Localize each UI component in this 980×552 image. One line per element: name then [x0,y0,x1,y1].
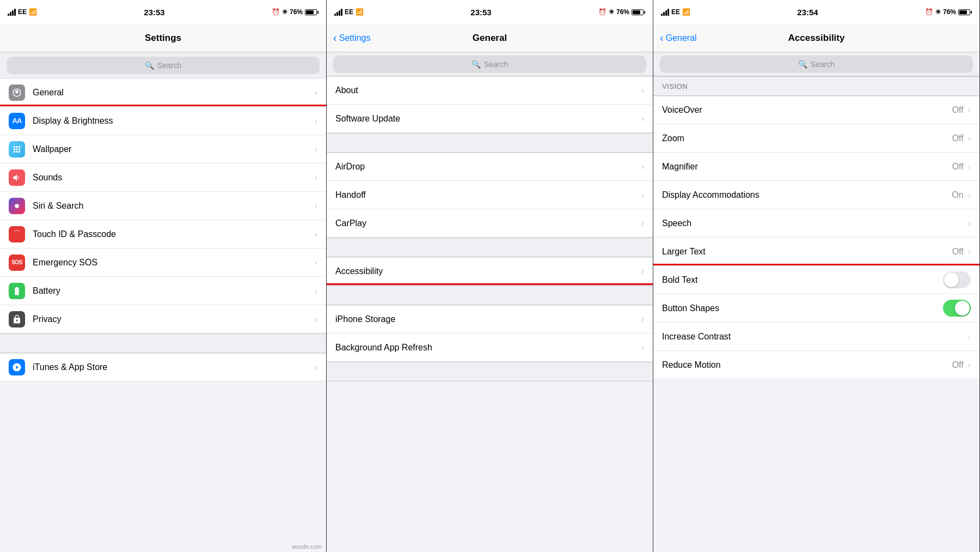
label-privacy: Privacy [33,314,315,324]
section-divider-2b [327,238,653,257]
battery-icon-3 [958,9,972,15]
value-magnifier: Off [952,162,964,172]
chevron-sos: › [315,258,317,268]
settings-item-speech[interactable]: Speech › [653,209,979,238]
label-airdrop: AirDrop [335,162,641,172]
chevron-wallpaper: › [315,144,317,154]
settings-item-reduce-motion[interactable]: Reduce Motion Off › [653,351,979,379]
chevron-handoff: › [641,190,644,200]
settings-list-3: VoiceOver Off › Zoom Off › Magnifier Off… [653,96,979,552]
chevron-speech: › [968,219,971,228]
icon-sounds [9,169,25,186]
chevron-carplay: › [641,219,644,228]
chevron-reduce-motion: › [968,360,971,370]
watermark-1: wsxdn.com [292,543,322,550]
label-accessibility: Accessibility [335,266,641,276]
settings-item-magnifier[interactable]: Magnifier Off › [653,153,979,181]
battery-icon-1 [305,9,318,15]
signal-bars-2 [334,9,342,16]
settings-item-general[interactable]: General › [0,78,326,107]
settings-item-sos[interactable]: SOS Emergency SOS › [0,248,326,277]
label-reduce-motion: Reduce Motion [662,360,952,370]
wifi-icon-3: 📶 [682,8,690,16]
settings-item-button-shapes[interactable]: Button Shapes [653,294,979,323]
settings-item-bg-refresh[interactable]: Background App Refresh › [327,333,653,362]
back-label-2[interactable]: Settings [339,33,371,43]
label-speech: Speech [662,219,964,228]
search-input-3[interactable]: 🔍 Search [660,56,973,73]
label-sounds: Sounds [33,173,315,183]
settings-item-itunes[interactable]: iTunes & App Store › [0,353,326,381]
label-about: About [335,86,641,95]
settings-item-sounds[interactable]: Sounds › [0,163,326,192]
red-underline-larger-text [653,264,979,265]
toggle-button-shapes[interactable] [943,300,971,317]
toggle-thumb-bold [944,272,959,287]
label-display-accommodations: Display Accommodations [662,190,952,200]
back-chevron-3: ‹ [660,32,664,43]
settings-item-battery[interactable]: Battery › [0,277,326,305]
settings-item-about[interactable]: About › [327,76,653,105]
label-touchid: Touch ID & Passcode [33,229,315,239]
settings-item-larger-text[interactable]: Larger Text Off › [653,238,979,266]
settings-item-iphone-storage[interactable]: iPhone Storage › [327,305,653,333]
vision-label: VISION [662,82,688,90]
settings-item-accessibility[interactable]: Accessibility › [327,257,653,286]
search-placeholder-1: Search [157,61,181,70]
settings-item-zoom[interactable]: Zoom Off › [653,124,979,153]
status-left-3: EE 📶 [661,8,690,16]
icon-siri [9,198,25,214]
value-reduce-motion: Off [952,360,964,370]
label-handoff: Handoff [335,190,641,200]
search-placeholder-3: Search [811,60,835,69]
carrier-1: EE [18,8,27,16]
settings-item-airdrop[interactable]: AirDrop › [327,153,653,181]
settings-item-software-update[interactable]: Software Update › [327,105,653,133]
label-iphone-storage: iPhone Storage [335,314,641,324]
status-right-2: ⏰ ✳ 76% [598,8,645,16]
settings-item-siri[interactable]: Siri & Search › [0,192,326,220]
phone-general: EE 📶 23:53 ⏰ ✳ 76% ‹ Settings General 🔍 … [327,0,653,552]
icon-itunes [9,359,25,375]
battery-pct-3: 76% [943,8,956,16]
settings-item-touchid[interactable]: Touch ID & Passcode › [0,220,326,248]
nav-back-3[interactable]: ‹ General [660,33,697,43]
chevron-zoom: › [968,134,971,143]
label-increase-contrast: Increase Contrast [662,332,968,342]
chevron-larger-text: › [968,247,971,257]
search-bar-1: 🔍 Search [0,52,326,78]
value-zoom: Off [952,134,964,143]
icon-general [9,84,25,101]
search-icon-1: 🔍 [145,61,154,70]
chevron-battery: › [315,286,317,296]
label-software-update: Software Update [335,114,641,124]
settings-item-wallpaper[interactable]: Wallpaper › [0,135,326,163]
settings-item-increase-contrast[interactable]: Increase Contrast › [653,323,979,351]
back-label-3[interactable]: General [666,33,697,43]
settings-item-carplay[interactable]: CarPlay › [327,209,653,238]
search-icon-2: 🔍 [471,60,481,69]
settings-item-privacy[interactable]: Privacy › [0,305,326,333]
value-larger-text: Off [952,247,964,257]
chevron-software-update: › [641,114,644,124]
settings-list-1: General › AA Display & Brightness › Wall… [0,78,326,552]
search-input-1[interactable]: 🔍 Search [7,57,320,74]
settings-item-voiceover[interactable]: VoiceOver Off › [653,96,979,124]
icon-wallpaper [9,141,25,157]
chevron-privacy: › [315,314,317,324]
search-input-2[interactable]: 🔍 Search [333,56,646,73]
label-general: General [33,88,315,98]
settings-item-bold-text[interactable]: Bold Text [653,266,979,294]
icon-display: AA [9,113,25,129]
nav-back-2[interactable]: ‹ Settings [333,33,370,43]
chevron-increase-contrast: › [968,332,971,342]
settings-item-handoff[interactable]: Handoff › [327,181,653,209]
label-itunes: iTunes & App Store [33,362,315,372]
settings-item-display-accommodations[interactable]: Display Accommodations On › [653,181,979,209]
toggle-bold-text[interactable] [943,271,971,288]
wifi-icon-1: 📶 [29,8,37,16]
settings-item-display[interactable]: AA Display & Brightness › [0,107,326,135]
phone-settings-main: EE 📶 23:53 ⏰ ✳ 76% Settings 🔍 Search [0,0,327,552]
chevron-about: › [641,86,644,95]
battery-icon-2 [632,9,645,15]
